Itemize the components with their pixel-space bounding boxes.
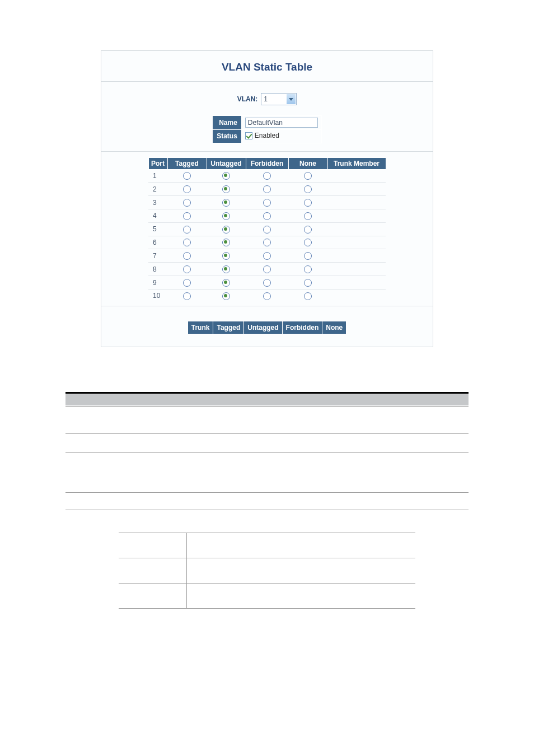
doc-lines bbox=[65, 392, 469, 609]
status-checkbox[interactable] bbox=[245, 132, 252, 139]
tcol-untagged: Untagged bbox=[244, 321, 282, 334]
radio-forbidden[interactable] bbox=[263, 279, 271, 287]
radio-none[interactable] bbox=[304, 185, 312, 193]
radio-tagged[interactable] bbox=[183, 185, 191, 193]
name-label: Name bbox=[213, 116, 242, 130]
vlan-panel: VLAN Static Table VLAN: 1 Name Status bbox=[101, 50, 433, 347]
trunk-section: Trunk Tagged Untagged Forbidden None bbox=[101, 306, 433, 347]
radio-cell-none bbox=[288, 169, 327, 183]
table-row: 8 bbox=[148, 263, 386, 276]
radio-cell-tagged bbox=[167, 183, 207, 196]
radio-tagged[interactable] bbox=[183, 292, 191, 300]
radio-none[interactable] bbox=[304, 212, 312, 220]
port-id: 7 bbox=[148, 249, 167, 263]
col-none: None bbox=[288, 157, 327, 169]
radio-cell-untagged bbox=[207, 169, 246, 183]
radio-untagged[interactable] bbox=[222, 172, 230, 180]
radio-untagged[interactable] bbox=[222, 252, 230, 260]
trunk-member-cell bbox=[327, 289, 386, 302]
radio-untagged[interactable] bbox=[222, 199, 230, 207]
vlan-select-value: 1 bbox=[261, 95, 286, 103]
radio-none[interactable] bbox=[304, 226, 312, 234]
vlan-select[interactable]: 1 bbox=[261, 93, 297, 105]
radio-cell-tagged bbox=[167, 209, 207, 222]
radio-cell-forbidden bbox=[246, 276, 288, 290]
radio-none[interactable] bbox=[304, 279, 312, 287]
radio-cell-untagged bbox=[207, 196, 246, 209]
radio-cell-none bbox=[288, 276, 327, 290]
radio-forbidden[interactable] bbox=[263, 212, 271, 220]
trunk-member-cell bbox=[327, 169, 386, 183]
tcol-none: None bbox=[322, 321, 346, 334]
radio-tagged[interactable] bbox=[183, 279, 191, 287]
radio-cell-none bbox=[288, 249, 327, 263]
col-tagged: Tagged bbox=[167, 157, 207, 169]
radio-untagged[interactable] bbox=[222, 239, 230, 246]
port-id: 10 bbox=[148, 289, 167, 302]
radio-forbidden[interactable] bbox=[263, 172, 271, 180]
radio-untagged[interactable] bbox=[222, 292, 230, 300]
radio-forbidden[interactable] bbox=[263, 239, 271, 246]
radio-cell-tagged bbox=[167, 263, 207, 276]
vlan-config-section: VLAN: 1 Name Status Enabled bbox=[101, 82, 433, 151]
trunk-member-cell bbox=[327, 222, 386, 236]
radio-cell-forbidden bbox=[246, 263, 288, 276]
radio-tagged[interactable] bbox=[183, 239, 191, 246]
radio-untagged[interactable] bbox=[222, 265, 230, 273]
col-trunkmember: Trunk Member bbox=[327, 157, 386, 169]
table-row: 10 bbox=[148, 289, 386, 302]
trunk-member-cell bbox=[327, 209, 386, 222]
radio-cell-untagged bbox=[207, 209, 246, 222]
radio-cell-tagged bbox=[167, 249, 207, 263]
radio-cell-none bbox=[288, 183, 327, 196]
radio-cell-none bbox=[288, 263, 327, 276]
radio-tagged[interactable] bbox=[183, 172, 191, 180]
radio-tagged[interactable] bbox=[183, 212, 191, 220]
name-input[interactable] bbox=[245, 118, 318, 128]
tcol-tagged: Tagged bbox=[213, 321, 244, 334]
radio-cell-tagged bbox=[167, 276, 207, 290]
radio-tagged[interactable] bbox=[183, 252, 191, 260]
tcol-forbidden: Forbidden bbox=[282, 321, 322, 334]
radio-untagged[interactable] bbox=[222, 279, 230, 287]
radio-forbidden[interactable] bbox=[263, 199, 271, 207]
radio-none[interactable] bbox=[304, 252, 312, 260]
radio-cell-tagged bbox=[167, 236, 207, 249]
radio-cell-none bbox=[288, 222, 327, 236]
radio-forbidden[interactable] bbox=[263, 292, 271, 300]
radio-none[interactable] bbox=[304, 199, 312, 207]
radio-none[interactable] bbox=[304, 292, 312, 300]
table-row: 5 bbox=[148, 222, 386, 236]
col-untagged: Untagged bbox=[207, 157, 246, 169]
radio-cell-forbidden bbox=[246, 236, 288, 249]
radio-forbidden[interactable] bbox=[263, 226, 271, 234]
radio-none[interactable] bbox=[304, 239, 312, 246]
chevron-down-icon bbox=[287, 94, 296, 104]
radio-forbidden[interactable] bbox=[263, 252, 271, 260]
radio-forbidden[interactable] bbox=[263, 185, 271, 193]
radio-untagged[interactable] bbox=[222, 226, 230, 234]
radio-cell-forbidden bbox=[246, 222, 288, 236]
tcol-trunk: Trunk bbox=[188, 321, 213, 334]
page-title: VLAN Static Table bbox=[101, 51, 433, 81]
hr-bar bbox=[65, 394, 469, 405]
radio-tagged[interactable] bbox=[183, 226, 191, 234]
radio-cell-untagged bbox=[207, 263, 246, 276]
doc-split-table bbox=[119, 533, 415, 609]
port-id: 2 bbox=[148, 183, 167, 196]
radio-tagged[interactable] bbox=[183, 265, 191, 273]
radio-none[interactable] bbox=[304, 172, 312, 180]
radio-cell-none bbox=[288, 236, 327, 249]
radio-forbidden[interactable] bbox=[263, 265, 271, 273]
radio-untagged[interactable] bbox=[222, 185, 230, 193]
table-row: 6 bbox=[148, 236, 386, 249]
radio-cell-none bbox=[288, 289, 327, 302]
table-row: 2 bbox=[148, 183, 386, 196]
radio-none[interactable] bbox=[304, 265, 312, 273]
radio-untagged[interactable] bbox=[222, 212, 230, 220]
radio-cell-forbidden bbox=[246, 209, 288, 222]
radio-tagged[interactable] bbox=[183, 199, 191, 207]
trunk-member-cell bbox=[327, 263, 386, 276]
port-id: 1 bbox=[148, 169, 167, 183]
port-id: 4 bbox=[148, 209, 167, 222]
